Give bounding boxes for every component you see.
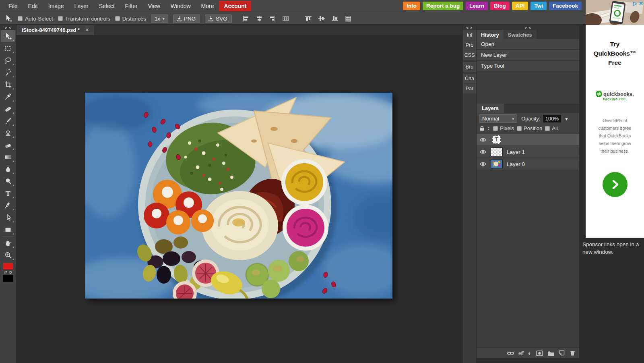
foreground-color-swatch[interactable] bbox=[3, 263, 13, 270]
panel-label-css[interactable]: CSS bbox=[463, 50, 476, 60]
ad-body[interactable]: Try QuickBooks™ Free qb quickbooks. BACK… bbox=[586, 25, 644, 238]
align-top-icon[interactable] bbox=[305, 15, 312, 22]
menu-edit[interactable]: Edit bbox=[23, 1, 43, 11]
checkbox-box[interactable] bbox=[58, 16, 63, 21]
link-layers-icon[interactable] bbox=[507, 351, 514, 356]
align-bottom-icon[interactable] bbox=[331, 15, 339, 22]
text-layer-thumbnail[interactable]: T bbox=[492, 135, 501, 144]
rect-select-tool[interactable] bbox=[1, 42, 15, 54]
checkbox-box[interactable] bbox=[115, 16, 120, 21]
panel-label-info[interactable]: Inf bbox=[463, 30, 476, 40]
new-layer-icon[interactable] bbox=[559, 350, 565, 357]
report-bug-button[interactable]: Report a bug bbox=[423, 2, 463, 10]
history-entry-new-layer[interactable]: New Layer bbox=[477, 50, 579, 61]
lasso-tool[interactable] bbox=[1, 54, 15, 66]
layer-row-layer1[interactable]: Layer 1 bbox=[477, 146, 579, 158]
eyedropper-tool[interactable] bbox=[1, 91, 15, 103]
layer-effects-button[interactable]: eff bbox=[518, 351, 524, 356]
transparent-layer-thumbnail[interactable] bbox=[491, 147, 503, 156]
canvas-artwork-mezze-platter-photo[interactable] bbox=[85, 93, 392, 299]
spot-heal-tool[interactable] bbox=[1, 103, 15, 115]
twitter-button[interactable]: Twi bbox=[530, 2, 547, 10]
auto-select-checkbox[interactable]: Auto-Select bbox=[18, 16, 53, 22]
panels-collapse-button[interactable]: < > bbox=[463, 25, 476, 30]
toolbox-collapse-button[interactable]: > < bbox=[0, 25, 16, 30]
swap-colors-icon[interactable]: ⇄ bbox=[4, 270, 7, 274]
info-button[interactable]: Info bbox=[403, 2, 420, 10]
dodge-tool[interactable] bbox=[1, 175, 15, 187]
quick-select-tool[interactable] bbox=[1, 66, 15, 79]
transform-controls-checkbox[interactable]: Transform controls bbox=[58, 16, 110, 22]
checkbox-box[interactable] bbox=[517, 126, 522, 131]
document-tab[interactable]: iStock-849749746.psd * ✕ bbox=[17, 25, 94, 35]
new-folder-icon[interactable] bbox=[547, 351, 554, 356]
hand-tool[interactable] bbox=[1, 237, 15, 249]
distribute-v-icon[interactable] bbox=[345, 15, 352, 22]
layer-row-layer0[interactable]: Layer 0 bbox=[477, 158, 579, 170]
opacity-slider-caret-icon[interactable]: ▼ bbox=[564, 116, 569, 121]
crop-tool[interactable] bbox=[1, 79, 15, 91]
menu-file[interactable]: File bbox=[3, 1, 23, 11]
api-button[interactable]: API bbox=[512, 2, 528, 10]
menu-select[interactable]: Select bbox=[94, 1, 120, 11]
rect-shape-tool[interactable] bbox=[1, 224, 15, 236]
blur-tool[interactable] bbox=[1, 163, 15, 175]
align-left-icon[interactable] bbox=[242, 15, 250, 22]
blog-button[interactable]: Blog bbox=[490, 2, 510, 10]
tab-layers[interactable]: Layers bbox=[477, 104, 504, 113]
canvas-area[interactable] bbox=[16, 35, 462, 363]
menu-layer[interactable]: Layer bbox=[69, 1, 94, 11]
image-layer-thumbnail[interactable] bbox=[491, 160, 503, 168]
checkbox-box[interactable] bbox=[18, 16, 23, 21]
menu-image[interactable]: Image bbox=[43, 1, 69, 11]
facebook-button[interactable]: Facebook bbox=[549, 2, 582, 10]
pen-tool[interactable] bbox=[1, 199, 15, 212]
panel-label-channels[interactable]: Cha bbox=[463, 74, 476, 84]
visibility-eye-icon[interactable] bbox=[479, 149, 487, 154]
distribute-h-icon[interactable] bbox=[282, 15, 289, 22]
panel-label-properties[interactable]: Pro bbox=[463, 40, 476, 50]
move-tool[interactable] bbox=[1, 30, 15, 42]
path-select-tool[interactable] bbox=[1, 212, 15, 224]
export-svg-button[interactable]: SVG bbox=[205, 15, 232, 23]
zoom-tool[interactable] bbox=[1, 249, 15, 261]
type-tool[interactable]: T bbox=[1, 187, 15, 199]
clone-stamp-tool[interactable] bbox=[1, 127, 15, 139]
ad-close-icon[interactable]: ✕ bbox=[639, 0, 643, 6]
tab-swatches[interactable]: Swatches bbox=[504, 30, 537, 39]
default-colors-button[interactable]: D bbox=[9, 270, 12, 274]
history-entry-type-tool[interactable]: Type Tool bbox=[477, 61, 579, 72]
checkbox-box[interactable] bbox=[493, 126, 498, 131]
zoom-level-select[interactable]: 1x ▾ bbox=[151, 15, 168, 23]
lock-pixels-checkbox[interactable]: Pixels bbox=[493, 125, 514, 131]
align-right-icon[interactable] bbox=[269, 15, 276, 22]
lock-position-checkbox[interactable]: Position bbox=[517, 125, 542, 131]
menu-filter[interactable]: Filter bbox=[120, 1, 143, 11]
ad-banner-image[interactable]: ▷ ✕ bbox=[586, 0, 644, 25]
history-entry-open[interactable]: Open bbox=[477, 39, 579, 50]
menu-more[interactable]: More bbox=[196, 1, 219, 11]
distances-checkbox[interactable]: Distances bbox=[115, 16, 146, 22]
eraser-tool[interactable] bbox=[1, 139, 15, 151]
panel-label-brush[interactable]: Bru bbox=[463, 62, 476, 72]
learn-button[interactable]: Learn bbox=[466, 2, 488, 10]
panel-label-paragraph[interactable]: Par bbox=[463, 84, 476, 94]
ad-cta-button[interactable] bbox=[603, 172, 627, 197]
layer-mask-icon[interactable] bbox=[536, 351, 543, 356]
export-png-button[interactable]: PNG bbox=[173, 15, 200, 23]
menu-view[interactable]: View bbox=[143, 1, 165, 11]
checkbox-box[interactable] bbox=[545, 126, 550, 131]
brush-tool[interactable] bbox=[1, 115, 15, 127]
gradient-tool[interactable] bbox=[1, 151, 15, 163]
visibility-eye-icon[interactable] bbox=[479, 162, 487, 166]
blend-mode-select[interactable]: Normal ▾ bbox=[479, 114, 517, 123]
delete-layer-icon[interactable] bbox=[570, 350, 576, 356]
adchoices-icon[interactable]: ▷ bbox=[633, 0, 637, 6]
close-tab-icon[interactable]: ✕ bbox=[85, 27, 89, 33]
align-center-h-icon[interactable] bbox=[256, 15, 263, 22]
align-middle-v-icon[interactable] bbox=[318, 15, 325, 22]
opacity-input[interactable]: 100% bbox=[543, 115, 561, 122]
visibility-eye-icon[interactable] bbox=[479, 137, 487, 142]
menu-window[interactable]: Window bbox=[165, 1, 196, 11]
tab-history[interactable]: History bbox=[477, 30, 504, 39]
